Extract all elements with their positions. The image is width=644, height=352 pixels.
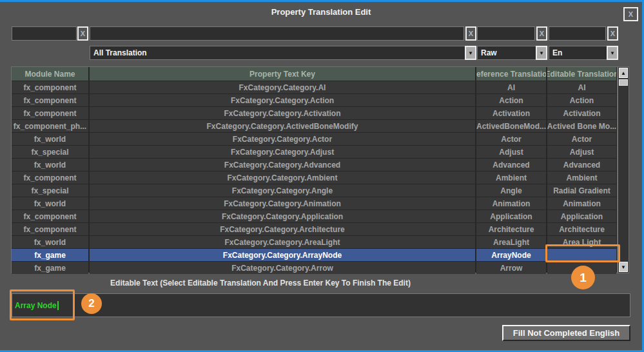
table-row[interactable]: fx_special FxCategory.Category.Adjust Ad… (12, 146, 617, 158)
table-row[interactable]: fx_component FxCategory.Category.Action … (12, 94, 617, 106)
cell-reference[interactable]: ArrayNode (476, 249, 546, 261)
cell-editable[interactable]: Action (547, 94, 616, 106)
cell-module[interactable]: fx_game (12, 262, 88, 274)
module-filter-clear-button[interactable]: X (77, 26, 88, 41)
cell-reference[interactable]: Application (476, 210, 546, 222)
cell-module[interactable]: fx_game (12, 249, 88, 261)
clear-x-icon: X (540, 30, 544, 37)
cell-editable[interactable]: Actor (547, 133, 616, 145)
table-row[interactable]: fx_component FxCategory.Category.Ambient… (12, 171, 617, 184)
reference-language-value: Raw (481, 48, 497, 57)
key-filter-clear-button[interactable]: X (465, 26, 476, 41)
table-row[interactable]: fx_component_ph... FxCategory.Category.A… (12, 120, 617, 132)
reference-filter-clear-button[interactable]: X (536, 26, 547, 41)
cell-editable[interactable]: Activation (547, 107, 616, 119)
cell-module[interactable]: fx_component_ph... (12, 120, 88, 132)
chevron-down-icon[interactable]: ▼ (465, 46, 476, 60)
editable-text-input[interactable]: Array Node (12, 293, 630, 317)
cell-key[interactable]: FxCategory.Category.Arrow (90, 262, 475, 274)
cell-reference[interactable]: Angle (476, 184, 546, 197)
cell-editable[interactable]: Advanced (547, 159, 616, 171)
cell-key[interactable]: FxCategory.Category.Animation (90, 197, 475, 210)
cell-editable[interactable]: Ambient (547, 171, 616, 184)
cell-reference[interactable]: Ambient (476, 171, 546, 184)
cell-editable[interactable]: Actived Bone Mo... (547, 120, 616, 132)
cell-module[interactable]: fx_world (12, 197, 88, 210)
column-header-property-text-key: Property Text Key (90, 67, 475, 81)
cell-key[interactable]: FxCategory.Category.AreaLight (90, 236, 475, 248)
table-row[interactable]: fx_world FxCategory.Category.Animation A… (12, 197, 617, 210)
table-row[interactable]: fx_component FxCategory.Category.AI AI A… (12, 81, 617, 93)
cell-key[interactable]: FxCategory.Category.ActivedBoneModify (90, 120, 475, 132)
cell-editable[interactable]: Adjust (547, 146, 616, 158)
cell-module[interactable]: fx_world (12, 159, 88, 171)
editable-language-dropdown[interactable]: En ▼ (549, 46, 618, 60)
cell-reference[interactable]: ActivedBoneMod... (476, 120, 546, 132)
cell-key[interactable]: FxCategory.Category.ArrayNode (90, 249, 475, 261)
translation-scope-dropdown[interactable]: All Translation ▼ (90, 46, 476, 60)
cell-module[interactable]: fx_component (12, 223, 88, 235)
cell-reference[interactable]: Actor (476, 133, 546, 145)
cell-reference[interactable]: Action (476, 94, 546, 106)
cell-key[interactable]: FxCategory.Category.Architecture (90, 223, 475, 235)
cell-key[interactable]: FxCategory.Category.Activation (90, 107, 475, 119)
scrollbar-thumb[interactable] (619, 79, 628, 86)
cell-key[interactable]: FxCategory.Category.AI (90, 81, 475, 93)
cell-editable[interactable]: Application (547, 210, 616, 222)
clear-x-icon: X (81, 30, 85, 37)
editable-filter-clear-button[interactable]: X (607, 26, 618, 41)
table-row[interactable]: fx_world FxCategory.Category.Advanced Ad… (12, 159, 617, 171)
chevron-down-icon[interactable]: ▼ (607, 46, 618, 60)
clear-x-icon: X (469, 30, 473, 37)
chevron-down-icon[interactable]: ▼ (536, 46, 547, 60)
cell-key[interactable]: FxCategory.Category.Application (90, 210, 475, 222)
cell-editable[interactable]: Animation (547, 197, 616, 210)
vertical-scrollbar[interactable]: ▲ ▼ (618, 66, 629, 273)
fill-not-completed-english-button[interactable]: Fill Not Completed English (502, 325, 630, 341)
cell-key[interactable]: FxCategory.Category.Action (90, 94, 475, 106)
cell-module[interactable]: fx_component (12, 94, 88, 106)
cell-reference[interactable]: Advanced (476, 159, 546, 171)
cell-editable[interactable]: Architecture (547, 223, 616, 235)
cell-reference[interactable]: Architecture (476, 223, 546, 235)
cell-reference[interactable]: Animation (476, 197, 546, 210)
cell-key[interactable]: FxCategory.Category.Adjust (90, 146, 475, 158)
cell-module[interactable]: fx_world (12, 133, 88, 145)
translation-table: Module Name Property Text Key Reference … (11, 66, 618, 273)
cell-editable[interactable]: AI (547, 81, 616, 93)
cell-module[interactable]: fx_component (12, 210, 88, 222)
cell-editable[interactable]: Radial Gradient (547, 184, 616, 197)
cell-reference[interactable]: Adjust (476, 146, 546, 158)
table-row[interactable]: fx_component FxCategory.Category.Applica… (12, 210, 617, 222)
cell-module[interactable]: fx_component (12, 107, 88, 119)
reference-filter-input[interactable] (477, 26, 535, 41)
cell-module[interactable]: fx_world (12, 236, 88, 248)
table-row-selected[interactable]: fx_game FxCategory.Category.ArrayNode Ar… (12, 249, 617, 261)
cell-reference[interactable]: Arrow (476, 262, 546, 274)
table-row[interactable]: fx_game FxCategory.Category.Arrow Arrow (12, 262, 617, 274)
table-row[interactable]: fx_world FxCategory.Category.Actor Actor… (12, 133, 617, 145)
scroll-down-button[interactable]: ▼ (619, 262, 628, 272)
cell-module[interactable]: fx_component (12, 81, 88, 93)
key-filter-input[interactable] (90, 26, 464, 41)
dialog-close-button[interactable]: X (623, 7, 638, 21)
cell-module[interactable]: fx_special (12, 184, 88, 197)
cell-key[interactable]: FxCategory.Category.Angle (90, 184, 475, 197)
reference-language-dropdown[interactable]: Raw ▼ (477, 46, 547, 60)
table-row[interactable]: fx_special FxCategory.Category.Angle Ang… (12, 184, 617, 197)
scroll-up-button[interactable]: ▲ (619, 68, 628, 78)
cell-key[interactable]: FxCategory.Category.Actor (90, 133, 475, 145)
cell-key[interactable]: FxCategory.Category.Advanced (90, 159, 475, 171)
cell-reference[interactable]: AreaLight (476, 236, 546, 248)
table-row[interactable]: fx_component FxCategory.Category.Archite… (12, 223, 617, 235)
cell-reference[interactable]: Activation (476, 107, 546, 119)
table-row[interactable]: fx_component FxCategory.Category.Activat… (12, 107, 617, 119)
fill-button-label: Fill Not Completed English (513, 328, 620, 338)
cell-module[interactable]: fx_component (12, 171, 88, 184)
cell-key[interactable]: FxCategory.Category.Ambient (90, 171, 475, 184)
cell-module[interactable]: fx_special (12, 146, 88, 158)
module-filter-input[interactable] (12, 26, 77, 41)
editable-filter-input[interactable] (549, 26, 606, 41)
cell-reference[interactable]: AI (476, 81, 546, 93)
table-row[interactable]: fx_world FxCategory.Category.AreaLight A… (12, 236, 617, 248)
